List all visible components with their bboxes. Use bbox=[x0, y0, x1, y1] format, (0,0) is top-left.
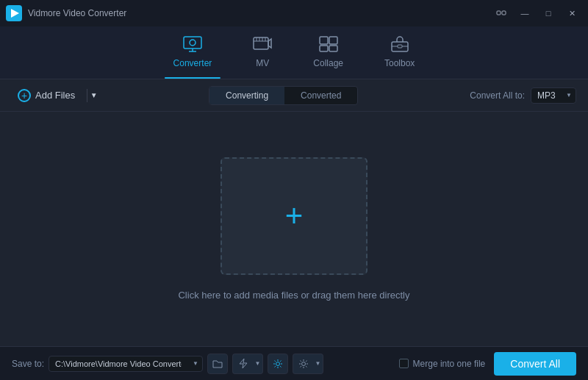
app-logo bbox=[6, 5, 22, 21]
close-btn[interactable]: ✕ bbox=[562, 5, 582, 21]
svg-point-24 bbox=[301, 362, 305, 365]
svg-marker-22 bbox=[240, 359, 247, 368]
minimize-btn[interactable]: — bbox=[514, 5, 535, 21]
mv-icon bbox=[253, 36, 272, 55]
save-path-wrapper: ▼ bbox=[49, 356, 203, 372]
svg-rect-17 bbox=[320, 46, 328, 51]
gear-icon bbox=[273, 359, 283, 369]
folder-icon bbox=[212, 359, 223, 368]
collage-icon bbox=[319, 36, 338, 55]
svg-rect-8 bbox=[254, 37, 268, 49]
flash-icon bbox=[239, 358, 248, 369]
format-select-wrapper: MP3 MP4 AVI MOV MKV ▼ bbox=[531, 87, 576, 104]
svg-rect-16 bbox=[329, 37, 337, 44]
tab-converter-label: Converter bbox=[173, 58, 212, 68]
tab-mv-label: MV bbox=[256, 58, 269, 68]
gear-extra-button[interactable] bbox=[293, 354, 313, 374]
bottom-left: Save to: ▼ ▼ bbox=[12, 354, 323, 374]
convert-all-to-label: Convert All to: bbox=[470, 90, 525, 101]
merge-checkbox-wrapper: Merge into one file bbox=[399, 359, 486, 369]
toolbar-left: + Add Files ▼ bbox=[12, 86, 97, 105]
add-files-label: Add Files bbox=[35, 90, 75, 101]
bottom-bar: Save to: ▼ ▼ bbox=[0, 346, 588, 380]
svg-rect-15 bbox=[320, 37, 328, 44]
bottom-right: Merge into one file Convert All bbox=[399, 352, 576, 376]
converter-icon bbox=[183, 36, 202, 55]
tab-toolbox[interactable]: Toolbox bbox=[364, 26, 435, 79]
title-bar: Vidmore Video Converter — □ ✕ bbox=[0, 0, 588, 26]
settings-button[interactable] bbox=[268, 354, 288, 374]
toolbar: + Add Files ▼ Converting Converted Conve… bbox=[0, 79, 588, 112]
toolbox-icon bbox=[390, 36, 409, 55]
nav-tabs: Converter MV Collage bbox=[0, 26, 588, 79]
converted-tab[interactable]: Converted bbox=[284, 87, 357, 104]
maximize-btn[interactable]: □ bbox=[538, 5, 559, 21]
svg-marker-9 bbox=[268, 39, 271, 48]
convert-all-button[interactable]: Convert All bbox=[494, 352, 576, 376]
converting-tab[interactable]: Converting bbox=[209, 87, 284, 104]
toolbar-toggle-group: Converting Converted bbox=[209, 86, 358, 105]
title-bar-left: Vidmore Video Converter bbox=[6, 5, 126, 21]
toolbar-right: Convert All to: MP3 MP4 AVI MOV MKV ▼ bbox=[470, 87, 576, 104]
save-path-input[interactable] bbox=[49, 356, 203, 372]
drop-zone[interactable]: + bbox=[220, 157, 368, 275]
drop-zone-plus-icon: + bbox=[285, 201, 304, 232]
svg-point-5 bbox=[190, 40, 196, 46]
main-content: + Click here to add media files or drag … bbox=[0, 112, 588, 346]
flash-dropdown-btn[interactable]: ▼ bbox=[253, 354, 263, 374]
tab-collage[interactable]: Collage bbox=[293, 26, 364, 79]
flash-btn-group: ▼ bbox=[232, 354, 263, 374]
open-folder-button[interactable] bbox=[207, 354, 228, 374]
add-files-button[interactable]: + Add Files bbox=[12, 86, 81, 105]
merge-checkbox[interactable] bbox=[399, 359, 409, 368]
format-select[interactable]: MP3 MP4 AVI MOV MKV bbox=[531, 87, 576, 104]
svg-rect-4 bbox=[184, 37, 201, 49]
title-bar-controls: — □ ✕ bbox=[491, 5, 582, 21]
svg-rect-18 bbox=[329, 46, 337, 51]
maximize-icon: □ bbox=[546, 9, 551, 18]
minimize-icon: — bbox=[521, 9, 529, 18]
save-to-label: Save to: bbox=[12, 359, 44, 369]
caption-btn[interactable] bbox=[491, 5, 512, 21]
gear-dropdown-btn[interactable]: ▼ bbox=[313, 354, 323, 374]
close-icon: ✕ bbox=[569, 9, 576, 18]
app-title: Vidmore Video Converter bbox=[28, 8, 126, 18]
add-files-dropdown-btn[interactable]: ▼ bbox=[87, 89, 97, 102]
merge-label: Merge into one file bbox=[413, 359, 486, 369]
svg-point-23 bbox=[276, 362, 280, 365]
flash-button[interactable] bbox=[232, 354, 253, 374]
svg-rect-21 bbox=[398, 45, 402, 48]
caption-icon bbox=[496, 8, 506, 18]
svg-rect-3 bbox=[502, 11, 506, 15]
tab-mv[interactable]: MV bbox=[232, 26, 293, 79]
tab-collage-label: Collage bbox=[313, 58, 343, 68]
tab-converter[interactable]: Converter bbox=[153, 26, 233, 79]
add-files-circle-icon: + bbox=[18, 89, 31, 102]
gear-extra-icon bbox=[298, 359, 309, 369]
gear-dropdown-group: ▼ bbox=[293, 354, 323, 374]
tab-toolbox-label: Toolbox bbox=[384, 58, 415, 68]
drop-zone-text: Click here to add media files or drag th… bbox=[178, 290, 409, 301]
svg-rect-2 bbox=[497, 11, 501, 15]
